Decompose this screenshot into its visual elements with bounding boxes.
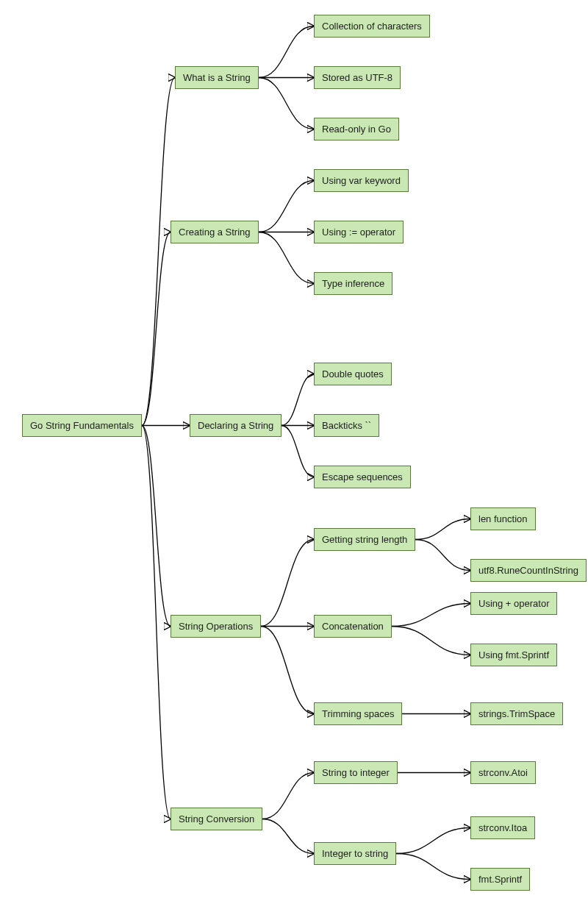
edge-conv-conv_s2i [262,773,314,819]
edge-root-create [142,232,171,426]
node-label: utf8.RuneCountInString [478,565,578,576]
node-conv_s2i: String to integer [314,761,398,784]
edge-ops_concat-concat_1 [392,604,470,627]
node-label: String Operations [179,621,253,632]
edge-create-create_3 [259,232,314,284]
node-what_2: Stored as UTF-8 [314,66,401,89]
node-declare_2: Backticks `` [314,414,379,437]
node-label: Backticks `` [322,420,371,431]
node-label: Stored as UTF-8 [322,72,392,83]
edge-ops-ops_trim [261,627,314,714]
node-label: Concatenation [322,621,384,632]
node-label: fmt.Sprintf [478,874,522,885]
node-conv_i2s: Integer to string [314,842,396,865]
node-label: Read-only in Go [322,124,391,135]
edge-conv-conv_i2s [262,819,314,854]
node-declare_3: Escape sequences [314,466,411,488]
edge-conv_i2s-i2s_1 [396,828,470,854]
node-ops: String Operations [171,615,261,638]
edge-create-create_1 [259,181,314,232]
node-label: Using fmt.Sprintf [478,649,549,660]
node-ops_concat: Concatenation [314,615,392,638]
node-create_3: Type inference [314,272,392,295]
edge-ops_len-len_2 [415,540,470,571]
node-label: Go String Fundamentals [30,420,134,431]
node-label: Double quotes [322,368,384,380]
node-label: len function [478,513,528,524]
node-label: Integer to string [322,848,388,859]
edge-root-what [142,78,175,426]
node-declare: Declaring a String [190,414,282,437]
node-conv: String Conversion [171,808,262,830]
node-label: Escape sequences [322,471,403,482]
node-len_1: len function [470,507,536,530]
node-len_2: utf8.RuneCountInString [470,559,587,582]
edge-root-conv [142,426,171,819]
node-label: Getting string length [322,534,407,545]
node-what: What is a String [175,66,259,89]
node-label: Using := operator [322,227,395,238]
edge-what-what_1 [259,26,314,78]
node-label: strconv.Itoa [478,822,527,833]
edge-declare-declare_1 [282,374,314,426]
edge-ops_concat-concat_2 [392,627,470,655]
node-trim_1: strings.TrimSpace [470,702,563,725]
node-root: Go String Fundamentals [22,414,142,437]
node-label: String Conversion [179,813,254,824]
node-label: String to integer [322,767,390,778]
node-create_2: Using := operator [314,221,404,243]
edge-conv_i2s-i2s_2 [396,854,470,880]
node-label: What is a String [183,72,251,83]
node-ops_trim: Trimming spaces [314,702,402,725]
node-label: strconv.Atoi [478,767,528,778]
node-create_1: Using var keyword [314,169,409,192]
node-label: Collection of characters [322,21,422,32]
node-label: Type inference [322,278,384,289]
node-i2s_1: strconv.Itoa [470,816,535,839]
edge-ops-ops_len [261,540,314,627]
edge-root-ops [142,426,171,627]
node-label: strings.TrimSpace [478,708,555,719]
node-label: Using var keyword [322,175,401,186]
node-what_3: Read-only in Go [314,118,399,140]
edge-ops_len-len_1 [415,519,470,540]
node-what_1: Collection of characters [314,15,430,38]
node-concat_2: Using fmt.Sprintf [470,644,557,666]
node-ops_len: Getting string length [314,528,415,551]
node-i2s_2: fmt.Sprintf [470,868,530,891]
node-concat_1: Using + operator [470,592,557,615]
node-label: Using + operator [478,598,549,609]
node-label: Declaring a String [198,420,273,431]
edge-declare-declare_3 [282,426,314,477]
node-s2i_1: strconv.Atoi [470,761,536,784]
node-label: Trimming spaces [322,708,394,719]
node-label: Creating a String [179,227,251,238]
node-declare_1: Double quotes [314,363,392,385]
edge-what-what_3 [259,78,314,129]
node-create: Creating a String [171,221,259,243]
